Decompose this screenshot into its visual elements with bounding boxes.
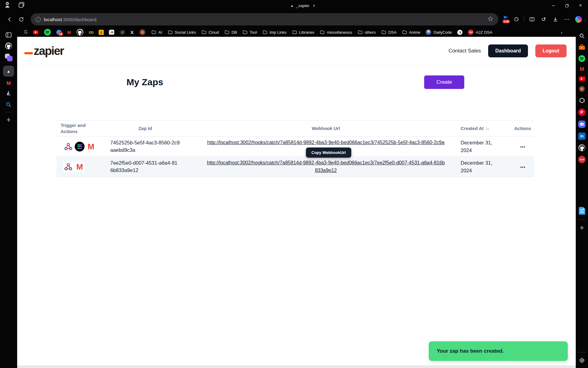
- bookmark-item[interactable]: 13: [54, 29, 64, 36]
- gmail-icon: M: [580, 67, 584, 72]
- bookmark-item[interactable]: Cloud: [199, 29, 221, 35]
- logout-button[interactable]: Logout: [535, 44, 567, 57]
- tab-groups-layers-icon[interactable]: [18, 1, 25, 10]
- sidebar-item-tuf[interactable]: TUF: [578, 156, 586, 163]
- vertical-tab-strip: ▲M+: [0, 28, 17, 368]
- bookmark-item[interactable]: TUFA2Z DSA: [466, 29, 495, 36]
- sidebar-item-toolbox[interactable]: [578, 44, 586, 51]
- bookmark-item[interactable]: G: [21, 29, 30, 36]
- sidebar-item-zapier-active-tab[interactable]: ▲: [3, 66, 14, 77]
- history-icon[interactable]: ↺: [538, 14, 549, 25]
- row-actions-button[interactable]: •••: [520, 145, 526, 149]
- sidebar-item-new-tab-plus[interactable]: +: [6, 116, 11, 123]
- webhook-url-link[interactable]: http://localhost:3002/hooks/catch/7a8581…: [206, 159, 445, 174]
- zap-row[interactable]: M 7ee2f5e0-d007-4531-a6a4-816b833a9e12 h…: [56, 157, 534, 177]
- refresh-button[interactable]: [16, 14, 26, 25]
- column-header-created-at[interactable]: Created At ↑↓: [445, 126, 500, 131]
- sidebar-item-blue-search[interactable]: [5, 101, 12, 108]
- extensions-puzzle-icon[interactable]: [511, 14, 522, 25]
- bookmark-item[interactable]: AI: [149, 29, 164, 35]
- bookmark-item[interactable]: X: [128, 29, 136, 36]
- divider: [578, 219, 586, 220]
- blue-search-icon: [5, 101, 12, 108]
- sidebar-item-settings-gear[interactable]: [579, 357, 585, 364]
- sidebar-item-search[interactable]: [579, 33, 585, 39]
- sidebar-item-vertical-tabs[interactable]: [5, 31, 12, 39]
- sidebar-item-prisma[interactable]: [5, 90, 12, 97]
- bookmark-label: Cloud: [209, 30, 219, 35]
- claude-icon: [139, 29, 146, 36]
- sidebar-item-youtube[interactable]: [579, 76, 585, 81]
- sidebar-item-github[interactable]: [5, 43, 12, 49]
- split-screen-icon[interactable]: [527, 14, 537, 25]
- new-tab-plus-icon: +: [6, 116, 11, 123]
- bookmarks-overflow-chevron-icon[interactable]: ›: [561, 30, 562, 35]
- bookmark-item[interactable]: A: [455, 29, 465, 36]
- bookmark-item[interactable]: Anime: [400, 29, 423, 35]
- bookmark-item[interactable]: [31, 30, 41, 35]
- zapier-logo[interactable]: zapier: [24, 46, 64, 56]
- row-actions-button[interactable]: •••: [520, 165, 526, 169]
- sidebar-item-document[interactable]: [579, 207, 585, 215]
- sidebar-item-chatgpt[interactable]: [579, 97, 586, 104]
- bookmark-item[interactable]: DSA: [379, 29, 399, 35]
- sidebar-item-new-tab-plus[interactable]: +: [580, 224, 584, 231]
- created-at: December 31, 2024: [445, 139, 500, 154]
- bookmark-item[interactable]: [74, 28, 86, 36]
- dailycode-icon: [426, 29, 431, 35]
- bookmark-label: DSA: [388, 30, 397, 35]
- sidebar-item-gmail[interactable]: M: [580, 67, 584, 72]
- bookmark-item[interactable]: DailyCode: [423, 29, 454, 36]
- bookmark-item[interactable]: Libraries: [290, 29, 317, 35]
- site-info-icon[interactable]: i: [36, 17, 41, 22]
- dashboard-button[interactable]: Dashboard: [488, 44, 528, 57]
- close-button[interactable]: ×: [579, 3, 582, 8]
- github-icon: [77, 29, 83, 36]
- bookmark-item[interactable]: Social Links: [165, 29, 198, 35]
- sidebar-item-discord[interactable]: [578, 121, 586, 128]
- address-bar[interactable]: i localhost:3000/dashboard: [31, 13, 498, 25]
- create-zap-button[interactable]: Create: [424, 75, 464, 89]
- linkedin-icon: in: [578, 132, 586, 140]
- sidebar-item-claude[interactable]: [579, 86, 585, 92]
- sidebar-item-purple-app[interactable]: [5, 53, 13, 62]
- sidebar-item-github[interactable]: [579, 144, 585, 151]
- browser-tab[interactable]: ▲ _zapier: [86, 3, 521, 8]
- contact-sales-link[interactable]: Contact Sales: [448, 48, 481, 54]
- column-header-trigger: Trigger and Actions: [56, 121, 102, 136]
- sidebar-item-pinterest[interactable]: P: [578, 109, 586, 116]
- bookmark-item[interactable]: co: [86, 29, 96, 35]
- sidebar-item-spotify[interactable]: [579, 55, 585, 62]
- downloads-icon[interactable]: [550, 14, 560, 25]
- bookmark-item[interactable]: Tool: [240, 29, 259, 35]
- bookmark-item[interactable]: M: [65, 29, 74, 35]
- gmail-icon: M: [6, 81, 11, 86]
- bookmark-star-icon[interactable]: [488, 16, 493, 23]
- bookmark-item[interactable]: DB: [222, 29, 239, 35]
- bookmark-item[interactable]: Imp Links: [260, 29, 289, 35]
- back-button[interactable]: [4, 14, 15, 25]
- purple-app-icon: [5, 53, 13, 62]
- bookmark-item[interactable]: [137, 28, 148, 36]
- sidebar-item-linkedin[interactable]: in: [578, 132, 586, 140]
- bookmark-label: A2Z DSA: [476, 30, 492, 35]
- minimize-button[interactable]: –: [552, 3, 555, 8]
- x-icon: X: [130, 30, 134, 35]
- sort-arrows-icon[interactable]: ↑↓: [485, 126, 488, 131]
- more-menu-icon[interactable]: ⋯: [562, 14, 572, 25]
- bookmark-item[interactable]: [42, 28, 53, 36]
- gmail-icon: M: [88, 143, 94, 151]
- bookmark-item[interactable]: ⇄: [117, 29, 127, 36]
- bookmark-item[interactable]: others: [355, 29, 378, 35]
- zap-row[interactable]: M 7452525b-5e5f-4ac3-8560-2c9aaebd9c3a h…: [56, 136, 534, 157]
- sidebar-item-gmail[interactable]: M: [6, 81, 11, 86]
- webhook-app-tile: [63, 162, 74, 172]
- copilot-icon[interactable]: [573, 14, 584, 25]
- bookmark-label: Social Links: [175, 30, 196, 35]
- currency-extension-icon[interactable]: 1.00: [503, 15, 510, 23]
- profile-astronaut-icon[interactable]: [4, 1, 10, 10]
- restore-button[interactable]: [565, 4, 569, 7]
- bookmark-item[interactable]: miscellaneous: [317, 29, 354, 35]
- bookmark-item[interactable]: 19: [107, 29, 117, 35]
- bookmark-item[interactable]: [96, 29, 106, 36]
